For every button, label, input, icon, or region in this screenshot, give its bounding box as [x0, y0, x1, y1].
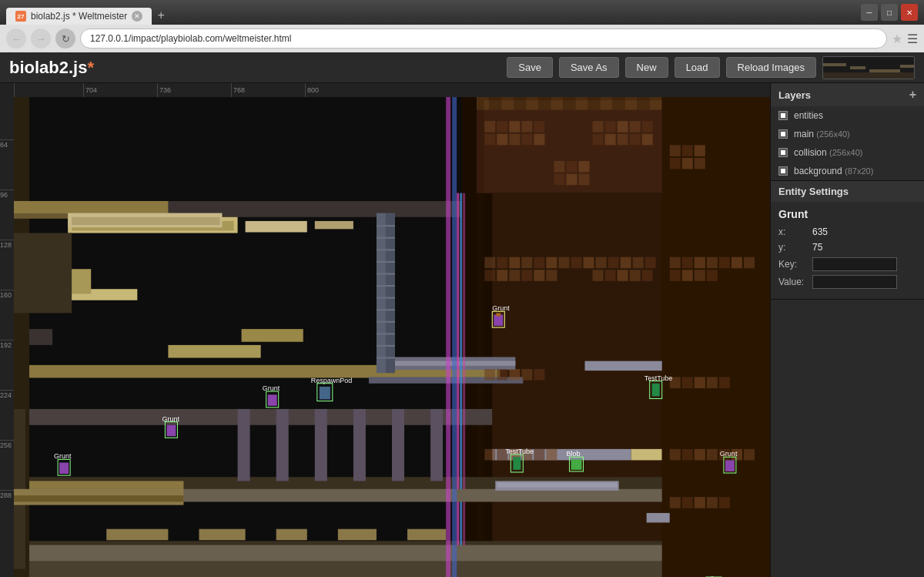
svg-rect-202 — [59, 463, 69, 475]
game-view[interactable]: Grunt Grunt Grunt Grunt — [14, 97, 770, 577]
svg-rect-96 — [554, 161, 564, 173]
minimize-button[interactable]: ─ — [861, 4, 878, 21]
layers-header: Layers + — [771, 83, 924, 106]
maximize-button[interactable]: □ — [881, 4, 898, 21]
svg-rect-44 — [430, 409, 443, 481]
svg-rect-186 — [377, 333, 395, 334]
svg-rect-155 — [682, 449, 693, 461]
svg-rect-183 — [377, 297, 395, 299]
svg-rect-108 — [558, 257, 569, 269]
svg-rect-125 — [630, 270, 641, 281]
layer-checkbox-entities[interactable] — [778, 111, 788, 120]
svg-rect-73 — [521, 121, 532, 133]
app-title: biolab2.js* — [9, 58, 94, 78]
svg-rect-165 — [719, 497, 730, 508]
svg-rect-5 — [823, 72, 915, 79]
svg-rect-36 — [14, 409, 492, 425]
svg-rect-103 — [497, 257, 507, 269]
new-button[interactable]: New — [625, 57, 668, 78]
svg-rect-129 — [509, 369, 520, 381]
layer-item-main[interactable]: main (256x40) — [771, 125, 924, 143]
save-as-button[interactable]: Save As — [559, 57, 619, 78]
svg-rect-130 — [521, 369, 532, 381]
svg-rect-95 — [695, 158, 705, 169]
svg-rect-119 — [521, 270, 532, 281]
svg-rect-75 — [484, 134, 495, 146]
editor-area: 704 736 768 800 64 96 128 160 192 224 25… — [0, 83, 924, 577]
back-button[interactable]: ← — [6, 29, 26, 49]
new-tab-button[interactable]: + — [152, 6, 170, 25]
entity-y-value: 75 — [812, 242, 822, 253]
entity-settings-section: Entity Settings Grunt x: 635 y: 75 — [771, 181, 924, 300]
reload-images-button[interactable]: Reload Images — [726, 57, 816, 78]
svg-rect-208 — [320, 387, 330, 400]
svg-rect-76 — [497, 134, 507, 146]
svg-rect-79 — [534, 134, 544, 146]
level-canvas[interactable]: 704 736 768 800 64 96 128 160 192 224 25… — [0, 83, 770, 577]
svg-rect-113 — [621, 257, 631, 269]
svg-rect-112 — [608, 257, 619, 269]
svg-rect-64 — [631, 449, 662, 461]
layer-checkbox-main[interactable] — [778, 129, 788, 139]
layer-checkbox-collision[interactable] — [778, 148, 788, 157]
active-tab[interactable]: 27 biolab2.js * Weltmeister ✕ — [6, 8, 152, 25]
layer-item-entities[interactable]: entities — [771, 106, 924, 125]
svg-rect-199 — [166, 425, 176, 437]
ruler-mark-h-736: 736 — [157, 83, 171, 97]
svg-rect-167 — [14, 233, 72, 314]
svg-rect-127 — [484, 369, 495, 381]
add-layer-button[interactable]: + — [909, 88, 916, 102]
svg-rect-172 — [72, 217, 219, 225]
svg-rect-124 — [618, 270, 628, 281]
svg-rect-152 — [707, 377, 718, 388]
bookmark-star-icon[interactable]: ★ — [892, 32, 902, 46]
svg-text:RespawnPod: RespawnPod — [311, 377, 353, 384]
layer-item-background[interactable]: background (87x20) — [771, 162, 924, 180]
svg-text:TestTube: TestTube — [644, 374, 673, 381]
close-button[interactable]: ✕ — [901, 4, 918, 21]
svg-rect-126 — [642, 270, 653, 281]
svg-rect-86 — [605, 134, 616, 146]
svg-text:TestTube: TestTube — [505, 448, 534, 455]
svg-rect-90 — [670, 145, 681, 156]
svg-rect-162 — [682, 497, 693, 508]
reload-button[interactable]: ↻ — [55, 29, 75, 49]
entity-value-input[interactable] — [812, 275, 897, 289]
svg-rect-164 — [707, 497, 718, 508]
svg-rect-102 — [484, 257, 495, 269]
svg-text:Blob: Blob — [566, 450, 580, 458]
ruler-mark-v-224: 224 — [0, 390, 14, 399]
svg-rect-81 — [605, 121, 616, 133]
svg-rect-187 — [377, 345, 395, 347]
tab-close-button[interactable]: ✕ — [132, 11, 142, 22]
forward-button[interactable]: → — [31, 29, 51, 49]
svg-rect-121 — [546, 270, 557, 281]
svg-text:Grunt: Grunt — [263, 384, 280, 392]
save-button[interactable]: Save — [507, 57, 553, 78]
entity-value-row: Value: — [778, 275, 916, 289]
svg-rect-145 — [670, 270, 681, 281]
svg-rect-51 — [168, 345, 260, 358]
address-bar[interactable]: 127.0.0.1/impact/playbiolab.com/weltmeis… — [80, 29, 887, 49]
tab-bar: 27 biolab2.js * Weltmeister ✕ + — [6, 0, 170, 25]
svg-rect-138 — [670, 257, 681, 269]
right-panel: Layers + entities main (256x40) — [770, 83, 924, 577]
layer-item-collision[interactable]: collision (256x40) — [771, 143, 924, 162]
window-controls: ─ □ ✕ — [861, 4, 918, 21]
load-button[interactable]: Load — [675, 57, 720, 78]
svg-rect-217 — [571, 459, 581, 469]
svg-rect-116 — [484, 270, 495, 281]
svg-rect-122 — [593, 270, 604, 281]
svg-rect-146 — [682, 270, 693, 281]
svg-rect-190 — [452, 97, 457, 577]
svg-rect-114 — [633, 257, 644, 269]
layers-section: Layers + entities main (256x40) — [771, 83, 924, 181]
svg-rect-141 — [707, 257, 718, 269]
svg-rect-131 — [534, 369, 544, 381]
svg-rect-246 — [338, 529, 377, 541]
ruler-mark-v-160: 160 — [0, 290, 14, 299]
svg-rect-177 — [377, 225, 395, 226]
layer-checkbox-background[interactable] — [778, 166, 788, 176]
entity-key-input[interactable] — [812, 257, 897, 271]
browser-menu-icon[interactable]: ☰ — [907, 32, 918, 46]
